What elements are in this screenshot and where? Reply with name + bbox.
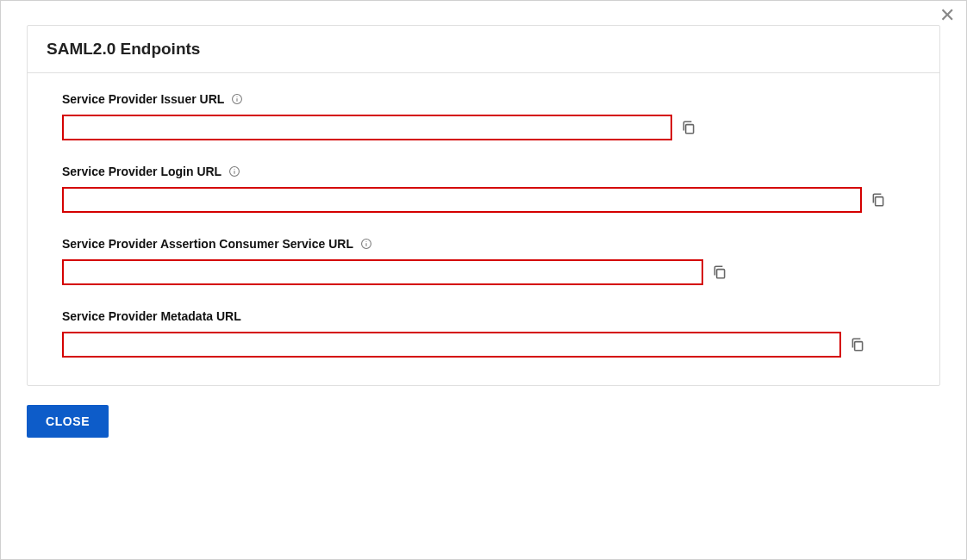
metadata-url-input[interactable] xyxy=(62,332,841,358)
info-icon[interactable] xyxy=(360,238,372,250)
panel-header: SAML2.0 Endpoints xyxy=(28,26,939,73)
info-icon[interactable] xyxy=(231,93,243,105)
close-button[interactable]: CLOSE xyxy=(27,405,109,438)
field-metadata: Service Provider Metadata URL xyxy=(62,309,905,358)
svg-point-2 xyxy=(237,96,238,97)
copy-icon[interactable] xyxy=(850,337,865,352)
field-acs-input-row xyxy=(62,259,905,285)
field-issuer-input-row xyxy=(62,115,905,140)
field-acs: Service Provider Assertion Consumer Serv… xyxy=(62,237,905,285)
endpoints-panel: SAML2.0 Endpoints Service Provider Issue… xyxy=(27,25,940,386)
info-icon[interactable] xyxy=(228,165,240,177)
dialog-footer: CLOSE xyxy=(1,405,966,460)
login-url-input[interactable] xyxy=(62,187,862,213)
issuer-url-input[interactable] xyxy=(62,115,672,140)
svg-rect-3 xyxy=(686,125,694,134)
field-login-label: Service Provider Login URL xyxy=(62,165,221,178)
svg-rect-7 xyxy=(876,197,883,206)
field-login: Service Provider Login URL xyxy=(62,165,905,213)
field-issuer-label: Service Provider Issuer URL xyxy=(62,92,224,106)
dialog-body: SAML2.0 Endpoints Service Provider Issue… xyxy=(1,1,966,405)
field-issuer-label-row: Service Provider Issuer URL xyxy=(62,92,905,106)
field-metadata-label-row: Service Provider Metadata URL xyxy=(62,309,905,323)
field-login-label-row: Service Provider Login URL xyxy=(62,165,905,178)
field-metadata-input-row xyxy=(62,332,905,358)
panel-title: SAML2.0 Endpoints xyxy=(47,40,920,59)
svg-rect-12 xyxy=(855,342,863,351)
field-login-input-row xyxy=(62,187,905,213)
acs-url-input[interactable] xyxy=(62,259,703,285)
panel-content: Service Provider Issuer URL xyxy=(28,73,939,385)
close-icon[interactable]: ✕ xyxy=(937,6,958,27)
field-issuer: Service Provider Issuer URL xyxy=(62,92,905,140)
svg-point-6 xyxy=(234,169,235,170)
field-metadata-label: Service Provider Metadata URL xyxy=(62,309,241,323)
copy-icon[interactable] xyxy=(870,192,886,208)
svg-point-10 xyxy=(365,241,366,242)
svg-rect-11 xyxy=(717,270,725,278)
field-acs-label-row: Service Provider Assertion Consumer Serv… xyxy=(62,237,905,251)
field-acs-label: Service Provider Assertion Consumer Serv… xyxy=(62,237,353,251)
copy-icon[interactable] xyxy=(712,264,727,280)
copy-icon[interactable] xyxy=(681,120,696,135)
